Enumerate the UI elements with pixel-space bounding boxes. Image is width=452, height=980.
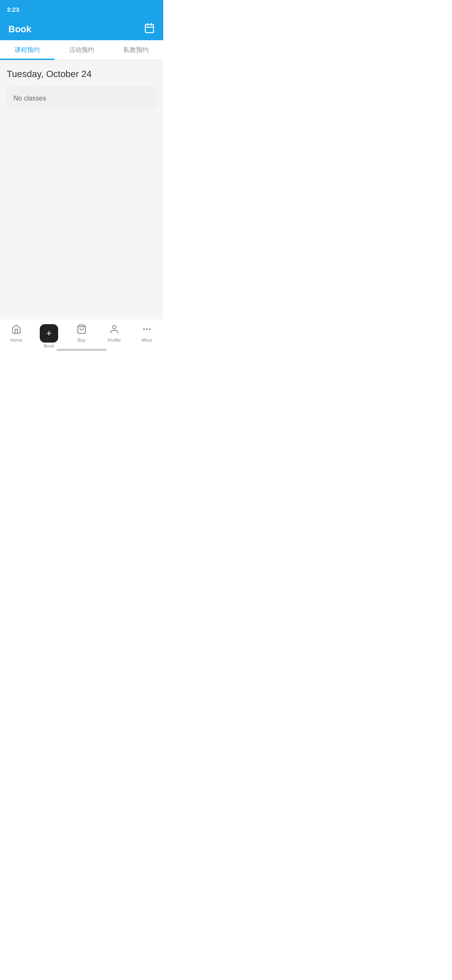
nav-item-more[interactable]: More	[131, 322, 163, 344]
tab-class-booking[interactable]: 课程预约	[0, 40, 54, 60]
nav-item-profile[interactable]: Profile	[98, 322, 131, 344]
status-bar: 3:23	[0, 0, 163, 18]
calendar-icon[interactable]	[144, 23, 155, 36]
home-icon	[11, 324, 21, 336]
person-icon	[109, 324, 119, 336]
no-classes-text: No classes	[13, 95, 46, 102]
date-header: Tuesday, October 24	[7, 69, 157, 80]
svg-rect-0	[145, 24, 154, 33]
tab-personal-training[interactable]: 私教预约	[109, 40, 163, 60]
svg-point-6	[143, 328, 145, 330]
tab-activity-booking[interactable]: 活动预约	[54, 40, 109, 60]
svg-point-5	[113, 325, 116, 329]
svg-point-8	[149, 328, 151, 330]
nav-label-buy: Buy	[78, 338, 86, 343]
book-button-circle: +	[40, 324, 58, 343]
nav-label-book: Book	[44, 343, 54, 348]
nav-label-more: More	[141, 338, 152, 343]
dots-icon	[142, 324, 152, 336]
status-time: 3:23	[7, 6, 19, 13]
svg-point-7	[146, 328, 148, 330]
home-indicator	[56, 349, 107, 351]
no-classes-card: No classes	[7, 86, 157, 111]
nav-item-buy[interactable]: Buy	[65, 322, 98, 344]
nav-label-home: Home	[10, 338, 22, 343]
main-content: Tuesday, October 24 No classes	[0, 60, 163, 318]
bag-icon	[77, 324, 87, 336]
nav-item-book[interactable]: + Book	[33, 322, 65, 350]
tab-bar: 课程预约 活动预约 私教预约	[0, 40, 163, 60]
book-plus-icon: +	[46, 329, 52, 338]
bottom-nav: Home + Book Buy Profile	[0, 319, 163, 353]
nav-item-home[interactable]: Home	[0, 322, 33, 344]
nav-label-profile: Profile	[108, 338, 121, 343]
app-header: Book	[0, 18, 163, 40]
header-title: Book	[8, 24, 31, 35]
